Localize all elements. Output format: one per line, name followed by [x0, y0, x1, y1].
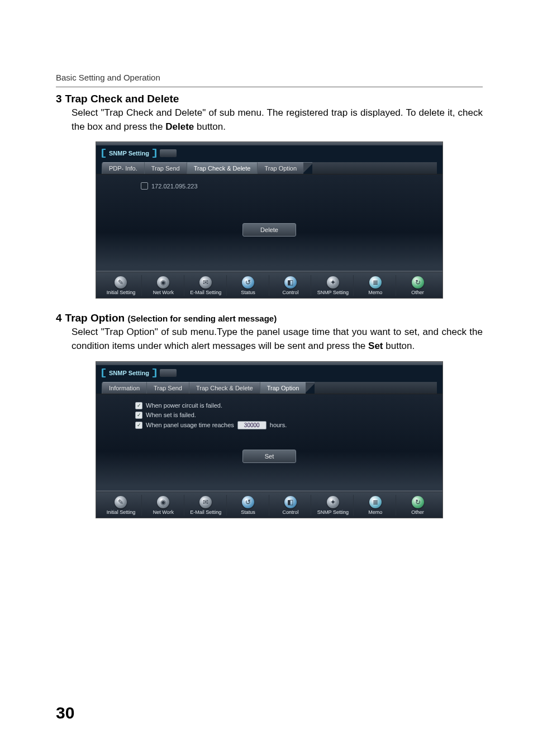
bracket-left-icon [102, 368, 106, 377]
globe-icon: ◉ [157, 276, 169, 289]
mail-icon: ✉ [199, 276, 212, 289]
cond-text: When panel usage time reaches [146, 422, 234, 428]
panel-title: SNMP Setting [109, 150, 149, 157]
nav-label: E-Mail Setting [190, 290, 221, 295]
bracket-right-icon [153, 149, 156, 158]
nav-email-setting[interactable]: ✉E-Mail Setting [185, 495, 227, 516]
nav-email-setting[interactable]: ✉E-Mail Setting [185, 275, 227, 296]
title-tail [160, 149, 177, 157]
tab-trap-option[interactable]: Trap Option [257, 162, 303, 174]
panel-title: SNMP Setting [109, 370, 149, 376]
screenshot-trap-check: SNMP Setting PDP- Info. Trap Send Trap C… [96, 141, 443, 299]
tab-trap-option[interactable]: Trap Option [260, 382, 306, 394]
ip-checkbox[interactable] [141, 182, 148, 190]
header-separator [56, 87, 483, 87]
ip-address: 172.021.095.223 [151, 183, 198, 190]
nav-label: SNMP Setting [317, 290, 349, 295]
nav-label: E-Mail Setting [190, 509, 221, 515]
tab-trap-check-delete[interactable]: Trap Check & Delete [189, 382, 260, 394]
hours-suffix: hours. [270, 422, 287, 428]
tab-cut [306, 382, 315, 394]
nav-label: Control [282, 290, 298, 295]
nav-label: Other [411, 290, 424, 295]
bracket-right-icon [153, 368, 156, 377]
nav-label: Initial Setting [107, 509, 136, 515]
nav-label: Initial Setting [107, 290, 136, 295]
tab-bar: Information Trap Send Trap Check & Delet… [102, 382, 437, 394]
tab-information[interactable]: Information [102, 382, 146, 394]
nav-initial-setting[interactable]: ✎Initial Setting [101, 275, 142, 296]
cond-checkbox-set[interactable]: ✓ [135, 412, 142, 419]
nav-label: Memo [368, 290, 382, 295]
tabs-tail [315, 382, 437, 394]
section-body: Select "Trap Option" of sub menu.Type th… [72, 325, 483, 353]
nav-net-work[interactable]: ◉Net Work [143, 495, 184, 516]
screenshot-trap-option: SNMP Setting Information Trap Send Trap … [96, 361, 443, 518]
tabs-tail [312, 162, 437, 174]
pencil-icon: ✎ [115, 276, 127, 289]
section-body-tail: button. [383, 341, 415, 351]
nav-initial-setting[interactable]: ✎Initial Setting [101, 495, 142, 516]
cond-checkbox-hours[interactable]: ✓ [135, 422, 142, 429]
section-subtitle: (Selection for sending alert message) [127, 314, 277, 323]
section-number: 4 [56, 312, 62, 324]
set-button[interactable]: Set [242, 450, 296, 463]
nav-status[interactable]: ↺Status [228, 275, 269, 296]
other-icon: ↻ [412, 496, 424, 508]
title-tail [160, 369, 177, 377]
bottom-nav: ✎Initial Setting ◉Net Work ✉E-Mail Setti… [96, 273, 442, 298]
nav-label: Status [241, 290, 255, 295]
nav-net-work[interactable]: ◉Net Work [143, 275, 184, 296]
nav-label: Net Work [153, 509, 174, 515]
tab-trap-send[interactable]: Trap Send [144, 162, 187, 174]
tab-pdp-info[interactable]: PDP- Info. [102, 162, 144, 174]
pencil-icon: ✎ [115, 496, 127, 508]
snmp-icon: ✦ [327, 496, 339, 508]
bracket-left-icon [102, 149, 106, 158]
section-number: 3 [56, 93, 62, 105]
refresh-icon: ↺ [242, 496, 254, 508]
nav-label: Memo [368, 509, 382, 515]
delete-button[interactable]: Delete [242, 223, 296, 237]
nav-snmp-setting[interactable]: ✦SNMP Setting [312, 275, 354, 296]
section-title: Trap Option [65, 312, 128, 324]
tab-bar: PDP- Info. Trap Send Trap Check & Delete… [102, 162, 437, 174]
nav-status[interactable]: ↺Status [228, 495, 269, 516]
nav-snmp-setting[interactable]: ✦SNMP Setting [312, 495, 354, 516]
page-number: 30 [56, 703, 74, 722]
section-title: Trap Check and Delete [65, 93, 179, 105]
nav-label: Other [411, 509, 424, 515]
nav-label: Net Work [153, 290, 174, 295]
cond-text: When power circuit is failed. [146, 402, 222, 409]
nav-other[interactable]: ↻Other [397, 495, 438, 516]
nav-memo[interactable]: ≣Memo [355, 495, 396, 516]
other-icon: ↻ [412, 276, 424, 289]
hours-input[interactable] [237, 421, 266, 429]
tab-cut [303, 162, 312, 174]
nav-memo[interactable]: ≣Memo [355, 275, 396, 296]
cond-text: When set is failed. [146, 412, 196, 418]
globe-icon: ◉ [157, 496, 169, 508]
tab-trap-send[interactable]: Trap Send [146, 382, 189, 394]
cond-checkbox-power[interactable]: ✓ [135, 402, 142, 409]
mail-icon: ✉ [199, 496, 212, 508]
memo-icon: ≣ [369, 496, 382, 508]
nav-control[interactable]: ◧Control [270, 495, 312, 516]
section-body: Select "Trap Check and Delete" of sub me… [72, 106, 483, 134]
page-header: Basic Setting and Operation [56, 73, 483, 82]
section-body-strong: Set [368, 341, 383, 351]
section-body-tail: button. [194, 121, 226, 132]
bottom-nav: ✎Initial Setting ◉Net Work ✉E-Mail Setti… [96, 493, 442, 518]
nav-label: SNMP Setting [317, 509, 349, 515]
nav-other[interactable]: ↻Other [397, 275, 438, 296]
snmp-icon: ✦ [327, 276, 339, 289]
section-body-text: Select "Trap Option" of sub menu.Type th… [72, 327, 483, 351]
refresh-icon: ↺ [242, 276, 254, 289]
section-body-text: Select "Trap Check and Delete" of sub me… [72, 107, 483, 132]
control-icon: ◧ [284, 496, 297, 508]
control-icon: ◧ [284, 276, 297, 289]
tab-trap-check-delete[interactable]: Trap Check & Delete [187, 162, 258, 174]
section-body-strong: Delete [165, 121, 194, 132]
nav-control[interactable]: ◧Control [270, 275, 312, 296]
memo-icon: ≣ [369, 276, 382, 289]
